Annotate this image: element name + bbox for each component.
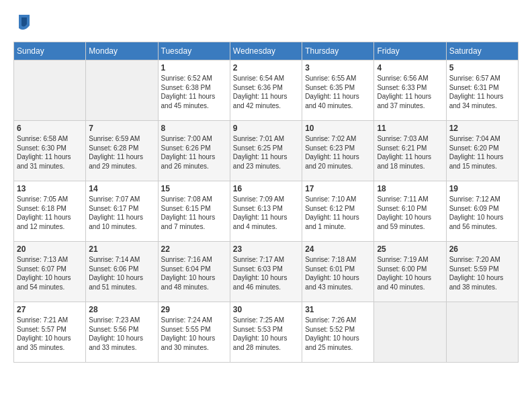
- day-header: Friday: [374, 42, 446, 60]
- cell-sunrise: Sunrise: 7:10 AM: [305, 195, 356, 203]
- day-number: 28: [89, 305, 154, 314]
- cell-sunset: Sunset: 6:07 PM: [17, 265, 66, 273]
- calendar-cell: 2Sunrise: 6:54 AMSunset: 6:36 PMDaylight…: [230, 60, 302, 121]
- cell-sunrise: Sunrise: 7:14 AM: [89, 256, 140, 263]
- cell-sunrise: Sunrise: 7:20 AM: [449, 256, 500, 263]
- cell-sunrise: Sunrise: 7:21 AM: [17, 316, 68, 324]
- calendar-cell: 14Sunrise: 7:07 AMSunset: 6:17 PMDayligh…: [86, 181, 158, 242]
- calendar-body: 1Sunrise: 6:52 AMSunset: 6:38 PMDaylight…: [14, 60, 519, 363]
- cell-daylight: Daylight: 11 hours and 26 minutes.: [161, 153, 216, 170]
- calendar-cell: 28Sunrise: 7:23 AMSunset: 5:56 PMDayligh…: [86, 302, 158, 363]
- calendar-cell: 27Sunrise: 7:21 AMSunset: 5:57 PMDayligh…: [14, 302, 86, 363]
- cell-sunset: Sunset: 6:31 PM: [449, 84, 499, 91]
- day-header: Sunday: [14, 42, 86, 60]
- cell-sunset: Sunset: 6:15 PM: [161, 205, 211, 212]
- calendar-week-row: 1Sunrise: 6:52 AMSunset: 6:38 PMDaylight…: [14, 60, 519, 121]
- calendar-cell: 15Sunrise: 7:08 AMSunset: 6:15 PMDayligh…: [158, 181, 230, 242]
- day-number: 26: [449, 244, 515, 254]
- day-number: 5: [449, 63, 515, 73]
- cell-daylight: Daylight: 10 hours and 51 minutes.: [89, 274, 143, 291]
- cell-daylight: Daylight: 10 hours and 48 minutes.: [161, 274, 216, 291]
- cell-sunset: Sunset: 6:18 PM: [17, 205, 66, 212]
- calendar-cell: 16Sunrise: 7:09 AMSunset: 6:13 PMDayligh…: [230, 181, 302, 242]
- calendar-cell: 24Sunrise: 7:18 AMSunset: 6:01 PMDayligh…: [302, 242, 374, 302]
- cell-daylight: Daylight: 11 hours and 7 minutes.: [161, 214, 216, 230]
- calendar-cell: 25Sunrise: 7:19 AMSunset: 6:00 PMDayligh…: [374, 242, 446, 302]
- calendar-table: SundayMondayTuesdayWednesdayThursdayFrid…: [13, 42, 519, 363]
- day-number: 1: [161, 63, 227, 73]
- cell-sunset: Sunset: 6:36 PM: [233, 84, 283, 91]
- cell-sunset: Sunset: 6:06 PM: [89, 265, 138, 273]
- cell-sunset: Sunset: 6:00 PM: [377, 265, 427, 273]
- day-number: 21: [89, 244, 154, 254]
- calendar-cell: 3Sunrise: 6:55 AMSunset: 6:35 PMDaylight…: [302, 60, 374, 121]
- cell-daylight: Daylight: 10 hours and 40 minutes.: [377, 274, 431, 291]
- cell-sunset: Sunset: 6:38 PM: [161, 84, 211, 91]
- calendar-cell: 29Sunrise: 7:24 AMSunset: 5:55 PMDayligh…: [158, 302, 230, 363]
- cell-sunset: Sunset: 6:21 PM: [377, 144, 427, 152]
- calendar-cell: 21Sunrise: 7:14 AMSunset: 6:06 PMDayligh…: [86, 242, 158, 302]
- cell-sunrise: Sunrise: 7:07 AM: [89, 195, 140, 203]
- calendar-cell: 11Sunrise: 7:03 AMSunset: 6:21 PMDayligh…: [374, 121, 446, 181]
- calendar-cell: 9Sunrise: 7:01 AMSunset: 6:25 PMDaylight…: [230, 121, 302, 181]
- calendar-cell: 18Sunrise: 7:11 AMSunset: 6:10 PMDayligh…: [374, 181, 446, 242]
- cell-sunrise: Sunrise: 7:08 AM: [161, 195, 212, 203]
- calendar-cell: [86, 60, 158, 121]
- cell-sunset: Sunset: 6:04 PM: [161, 265, 211, 273]
- cell-daylight: Daylight: 10 hours and 38 minutes.: [449, 274, 504, 291]
- cell-daylight: Daylight: 11 hours and 29 minutes.: [89, 153, 143, 170]
- calendar-cell: [446, 302, 518, 363]
- day-number: 15: [161, 184, 227, 193]
- cell-sunrise: Sunrise: 7:02 AM: [305, 135, 356, 142]
- cell-sunset: Sunset: 6:23 PM: [305, 144, 355, 152]
- calendar-week-row: 6Sunrise: 6:58 AMSunset: 6:30 PMDaylight…: [14, 121, 519, 181]
- cell-daylight: Daylight: 11 hours and 40 minutes.: [305, 93, 359, 109]
- cell-sunrise: Sunrise: 6:52 AM: [161, 75, 212, 82]
- cell-sunrise: Sunrise: 6:59 AM: [89, 135, 140, 142]
- cell-daylight: Daylight: 11 hours and 42 minutes.: [233, 93, 287, 109]
- calendar-cell: 1Sunrise: 6:52 AMSunset: 6:38 PMDaylight…: [158, 60, 230, 121]
- day-number: 20: [17, 244, 83, 254]
- calendar-cell: 23Sunrise: 7:17 AMSunset: 6:03 PMDayligh…: [230, 242, 302, 302]
- day-number: 27: [17, 305, 83, 314]
- page-header: [13, 13, 519, 35]
- cell-sunset: Sunset: 6:17 PM: [89, 205, 138, 212]
- cell-daylight: Daylight: 11 hours and 20 minutes.: [305, 153, 359, 170]
- cell-daylight: Daylight: 11 hours and 10 minutes.: [89, 214, 143, 230]
- cell-daylight: Daylight: 11 hours and 1 minute.: [305, 214, 359, 230]
- cell-daylight: Daylight: 10 hours and 35 minutes.: [17, 334, 71, 351]
- cell-sunset: Sunset: 6:12 PM: [305, 205, 355, 212]
- cell-daylight: Daylight: 10 hours and 28 minutes.: [233, 334, 287, 351]
- day-number: 8: [161, 124, 227, 133]
- day-header: Monday: [86, 42, 158, 60]
- day-number: 6: [17, 124, 83, 133]
- day-number: 19: [449, 184, 515, 193]
- day-number: 7: [89, 124, 154, 133]
- cell-daylight: Daylight: 10 hours and 43 minutes.: [305, 274, 359, 291]
- day-number: 25: [377, 244, 443, 254]
- cell-sunset: Sunset: 6:25 PM: [233, 144, 283, 152]
- day-number: 4: [377, 63, 443, 73]
- cell-daylight: Daylight: 10 hours and 59 minutes.: [377, 214, 431, 230]
- cell-sunset: Sunset: 5:52 PM: [305, 326, 355, 333]
- day-number: 18: [377, 184, 443, 193]
- cell-daylight: Daylight: 11 hours and 12 minutes.: [17, 214, 71, 230]
- day-number: 11: [377, 124, 443, 133]
- cell-daylight: Daylight: 11 hours and 31 minutes.: [17, 153, 71, 170]
- cell-sunrise: Sunrise: 7:23 AM: [89, 316, 140, 324]
- day-number: 29: [161, 305, 227, 314]
- calendar-cell: 26Sunrise: 7:20 AMSunset: 5:59 PMDayligh…: [446, 242, 518, 302]
- day-number: 3: [305, 63, 371, 73]
- cell-daylight: Daylight: 11 hours and 37 minutes.: [377, 93, 431, 109]
- cell-sunrise: Sunrise: 7:04 AM: [449, 135, 500, 142]
- cell-sunrise: Sunrise: 7:24 AM: [161, 316, 212, 324]
- calendar-cell: 19Sunrise: 7:12 AMSunset: 6:09 PMDayligh…: [446, 181, 518, 242]
- cell-sunrise: Sunrise: 7:03 AM: [377, 135, 428, 142]
- logo: [13, 13, 32, 35]
- calendar-cell: 10Sunrise: 7:02 AMSunset: 6:23 PMDayligh…: [302, 121, 374, 181]
- cell-daylight: Daylight: 11 hours and 15 minutes.: [449, 153, 504, 170]
- cell-daylight: Daylight: 10 hours and 30 minutes.: [161, 334, 216, 351]
- cell-sunset: Sunset: 6:33 PM: [377, 84, 427, 91]
- day-number: 12: [449, 124, 515, 133]
- cell-daylight: Daylight: 10 hours and 33 minutes.: [89, 334, 143, 351]
